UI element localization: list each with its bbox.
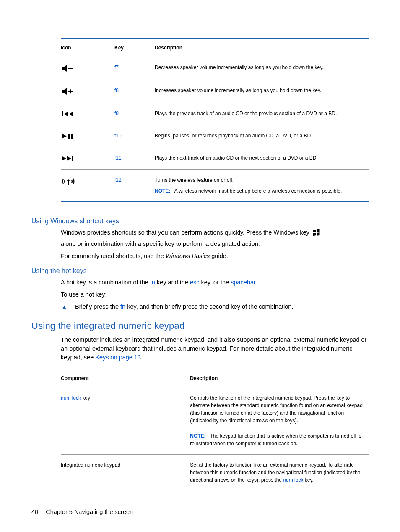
table-header-row: Icon Key Description bbox=[61, 41, 369, 54]
paragraph: A hot key is a combination of the fn key… bbox=[61, 278, 369, 287]
table-header-row: Component Description bbox=[61, 372, 369, 385]
svg-rect-3 bbox=[62, 111, 63, 116]
svg-rect-12 bbox=[317, 232, 320, 236]
paragraph: Windows provides shortcuts so that you c… bbox=[61, 228, 369, 237]
component-desc: Controls the function of the integrated … bbox=[190, 394, 365, 424]
component-name: num lock bbox=[61, 395, 81, 401]
key-desc: Begins, pauses, or resumes playback of a… bbox=[155, 128, 369, 145]
col-key: Key bbox=[114, 41, 155, 54]
link-keys-page-13[interactable]: Keys on page 13 bbox=[95, 354, 141, 361]
table-row: Integrated numeric keypad Set at the fac… bbox=[61, 457, 369, 488]
svg-rect-10 bbox=[317, 229, 320, 232]
svg-rect-11 bbox=[313, 233, 316, 236]
note-label: NOTE: bbox=[190, 433, 205, 439]
chapter-label: Chapter 5 Navigating the screen bbox=[46, 509, 133, 515]
volume-up-icon bbox=[61, 87, 75, 96]
svg-rect-2 bbox=[70, 89, 71, 93]
key-label: f7 bbox=[114, 65, 119, 70]
note-label: NOTE: bbox=[155, 188, 170, 194]
component-name: Integrated numeric keypad bbox=[61, 457, 190, 488]
triangle-bullet-icon: ▲ bbox=[62, 303, 73, 311]
svg-rect-6 bbox=[72, 156, 73, 161]
section-windows-shortcuts-title: Using Windows shortcut keys bbox=[31, 217, 369, 225]
paragraph: To use a hot key: bbox=[61, 290, 369, 299]
section-hotkeys-title: Using the hot keys bbox=[31, 267, 369, 275]
table-row: f10 Begins, pauses, or resumes playback … bbox=[61, 128, 369, 145]
component-desc: Set at the factory to function like an e… bbox=[190, 457, 369, 488]
key-label: f9 bbox=[114, 111, 119, 116]
numeric-keypad-table: Component Description num lock key Contr… bbox=[61, 366, 369, 494]
table-row: f12 Turns the wireless feature on or off… bbox=[61, 172, 369, 199]
windows-key-icon bbox=[313, 229, 320, 237]
table-row: f7 Decreases speaker volume incrementall… bbox=[61, 59, 369, 77]
key-desc: Plays the previous track of an audio CD … bbox=[155, 106, 369, 122]
key-desc: Turns the wireless feature on or off. bbox=[155, 176, 365, 184]
paragraph: alone or in combination with a specific … bbox=[61, 240, 369, 248]
key-label: f10 bbox=[114, 133, 122, 139]
col-desc: Description bbox=[155, 41, 369, 54]
key-label: f11 bbox=[114, 155, 122, 161]
key-desc: Decreases speaker volume incrementally a… bbox=[155, 59, 369, 77]
key-desc: Plays the next track of an audio CD or t… bbox=[155, 150, 369, 167]
key-label: f8 bbox=[114, 88, 119, 93]
page-footer: 40 Chapter 5 Navigating the screen bbox=[31, 509, 133, 515]
key-desc: Increases speaker volume incrementally a… bbox=[155, 83, 369, 100]
action-keys-table: Icon Key Description f7 Decreases speake… bbox=[61, 36, 369, 205]
table-row: f11 Plays the next track of an audio CD … bbox=[61, 150, 369, 167]
table-row: f9 Plays the previous track of an audio … bbox=[61, 106, 369, 122]
play-pause-icon bbox=[61, 132, 76, 140]
page-number: 40 bbox=[31, 509, 38, 515]
previous-track-icon bbox=[61, 110, 77, 118]
col-component: Component bbox=[61, 372, 190, 385]
list-item: ▲ Briefly press the fn key, and then bri… bbox=[61, 302, 369, 311]
col-desc: Description bbox=[190, 372, 369, 385]
wireless-icon bbox=[61, 176, 76, 186]
paragraph: The computer includes an integrated nume… bbox=[61, 336, 369, 362]
svg-rect-0 bbox=[68, 68, 73, 69]
paragraph: For commonly used shortcuts, use the Win… bbox=[61, 252, 369, 261]
table-row: num lock key Controls the function of th… bbox=[61, 390, 369, 452]
note-text: A wireless network must be set up before… bbox=[174, 188, 342, 194]
col-icon: Icon bbox=[61, 41, 114, 54]
svg-rect-8 bbox=[68, 181, 69, 185]
svg-rect-4 bbox=[68, 134, 70, 139]
svg-rect-9 bbox=[313, 230, 316, 232]
next-track-icon bbox=[61, 154, 77, 163]
key-label: f12 bbox=[114, 177, 122, 183]
svg-rect-5 bbox=[71, 134, 73, 139]
volume-down-icon bbox=[61, 64, 75, 73]
note-text: The keypad function that is active when … bbox=[190, 433, 361, 447]
section-numeric-keypad-title: Using the integrated numeric keypad bbox=[31, 320, 369, 331]
table-row: f8 Increases speaker volume incrementall… bbox=[61, 83, 369, 100]
